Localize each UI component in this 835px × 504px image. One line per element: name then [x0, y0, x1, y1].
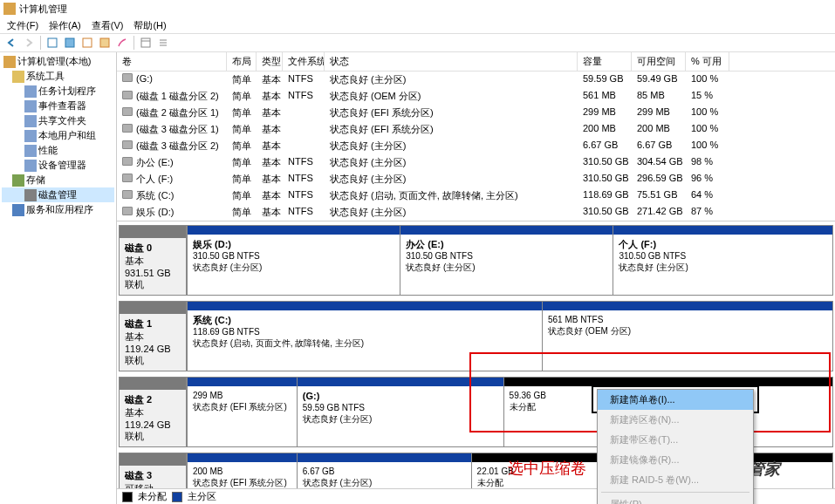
app-icon — [3, 3, 16, 15]
legend-primary-label: 主分区 — [188, 490, 216, 503]
svg-rect-3 — [100, 38, 109, 47]
toolbar — [0, 33, 835, 52]
ctx-new-mirrored-volume: 新建镜像卷(R)... — [598, 450, 753, 470]
ctx-new-raid5-volume: 新建 RAID-5 卷(W)... — [598, 470, 753, 490]
tb-btn-3[interactable] — [79, 35, 95, 51]
partition[interactable]: 个人 (F:)310.50 GB NTFS状态良好 (主分区) — [613, 226, 832, 295]
volume-list-header[interactable]: 卷 布局 类型 文件系统 状态 容量 可用空间 % 可用 — [117, 52, 835, 72]
tb-btn-settings[interactable] — [138, 35, 154, 51]
tree-services[interactable]: 服务和应用程序 — [2, 202, 114, 217]
tree-item[interactable]: 本地用户和组 — [2, 128, 114, 143]
nav-tree: 计算机管理(本地) 系统工具 任务计划程序事件查看器共享文件夹本地用户和组性能设… — [0, 52, 117, 504]
col-free: 可用空间 — [632, 52, 686, 71]
volume-row[interactable]: (G:)简单基本NTFS状态良好 (主分区)59.59 GB59.49 GB10… — [117, 72, 835, 88]
tree-item[interactable]: 共享文件夹 — [2, 113, 114, 128]
col-volume: 卷 — [117, 52, 227, 71]
volume-row[interactable]: (磁盘 2 磁盘分区 1)简单基本状态良好 (EFI 系统分区)299 MB29… — [117, 105, 835, 121]
menu-view[interactable]: 查看(V) — [88, 17, 127, 34]
col-pct: % 可用 — [686, 52, 729, 71]
tb-btn-4[interactable] — [97, 35, 113, 51]
legend-unalloc-label: 未分配 — [138, 490, 167, 503]
tb-btn-5[interactable] — [114, 35, 130, 51]
volume-row[interactable]: 办公 (E:)简单基本NTFS状态良好 (主分区)310.50 GB304.54… — [117, 154, 835, 171]
partition[interactable]: 299 MB状态良好 (EFI 系统分区) — [187, 378, 297, 446]
tree-system-tools[interactable]: 系统工具 — [2, 69, 114, 84]
svg-rect-1 — [65, 38, 74, 47]
volume-row[interactable]: (磁盘 1 磁盘分区 2)简单基本NTFS状态良好 (OEM 分区)561 MB… — [117, 88, 835, 105]
legend-primary-swatch — [172, 492, 182, 502]
back-button[interactable] — [3, 35, 19, 51]
col-type: 类型 — [257, 52, 283, 71]
menu-file[interactable]: 文件(F) — [3, 17, 42, 34]
partition[interactable]: 办公 (E:)310.50 GB NTFS状态良好 (主分区) — [400, 226, 613, 295]
partition[interactable]: 561 MB NTFS状态良好 (OEM 分区) — [542, 302, 832, 371]
tb-btn-2[interactable] — [62, 35, 78, 51]
tree-item[interactable]: 性能 — [2, 143, 114, 158]
ctx-properties: 属性(P) — [598, 494, 753, 504]
forward-button[interactable] — [21, 35, 37, 51]
menu-bar: 文件(F) 操作(A) 查看(V) 帮助(H) — [0, 17, 835, 33]
tree-root[interactable]: 计算机管理(本地) — [2, 54, 114, 69]
disk-label[interactable]: 磁盘 0基本931.51 GB联机 — [119, 225, 187, 296]
tree-disk-management[interactable]: 磁盘管理 — [2, 187, 114, 202]
volume-row[interactable]: (磁盘 3 磁盘分区 2)简单基本状态良好 (主分区)6.67 GB6.67 G… — [117, 138, 835, 154]
col-layout: 布局 — [227, 52, 257, 71]
menu-help[interactable]: 帮助(H) — [130, 17, 169, 34]
volume-row[interactable]: 娱乐 (D:)简单基本NTFS状态良好 (主分区)310.50 GB271.42… — [117, 204, 835, 221]
ctx-new-simple-volume[interactable]: 新建简单卷(I)... — [598, 390, 753, 410]
ctx-new-spanned-volume: 新建跨区卷(N)... — [598, 410, 753, 430]
svg-rect-2 — [83, 38, 92, 47]
tree-item[interactable]: 事件查看器 — [2, 99, 114, 113]
window-titlebar: 计算机管理 — [0, 0, 835, 17]
volume-list: 卷 布局 类型 文件系统 状态 容量 可用空间 % 可用 (G:)简单基本NTF… — [117, 52, 835, 221]
volume-row[interactable]: 系统 (C:)简单基本NTFS状态良好 (启动, 页面文件, 故障转储, 主分区… — [117, 187, 835, 204]
annotation-hint-text: 选中压缩卷 — [508, 458, 586, 479]
volume-row[interactable]: (磁盘 3 磁盘分区 1)简单基本状态良好 (EFI 系统分区)200 MB20… — [117, 121, 835, 138]
partition[interactable]: 娱乐 (D:)310.50 GB NTFS状态良好 (主分区) — [187, 226, 400, 295]
col-capacity: 容量 — [578, 52, 632, 71]
volume-row[interactable]: 个人 (F:)简单基本NTFS状态良好 (主分区)310.50 GB296.59… — [117, 171, 835, 187]
window-title: 计算机管理 — [19, 3, 67, 16]
svg-rect-4 — [141, 38, 150, 47]
col-status: 状态 — [325, 52, 578, 71]
tb-btn-1[interactable] — [44, 35, 60, 51]
ctx-new-striped-volume: 新建带区卷(T)... — [598, 430, 753, 450]
col-fs: 文件系统 — [283, 52, 325, 71]
tb-btn-list[interactable] — [155, 35, 171, 51]
partition[interactable]: 系统 (C:)118.69 GB NTFS状态良好 (启动, 页面文件, 故障转… — [187, 302, 542, 371]
tree-item[interactable]: 任务计划程序 — [2, 84, 114, 99]
svg-rect-0 — [48, 38, 57, 47]
disk-label[interactable]: 磁盘 1基本119.24 GB联机 — [119, 301, 187, 371]
partition[interactable]: (G:)59.59 GB NTFS状态良好 (主分区) — [297, 378, 503, 446]
tree-item[interactable]: 设备管理器 — [2, 158, 114, 173]
legend-unalloc-swatch — [122, 492, 133, 502]
menu-action[interactable]: 操作(A) — [45, 17, 85, 34]
tree-storage[interactable]: 存储 — [2, 173, 114, 187]
context-menu: 新建简单卷(I)... 新建跨区卷(N)... 新建带区卷(T)... 新建镜像… — [597, 389, 754, 504]
disk-label[interactable]: 磁盘 2基本119.24 GB联机 — [119, 377, 187, 447]
